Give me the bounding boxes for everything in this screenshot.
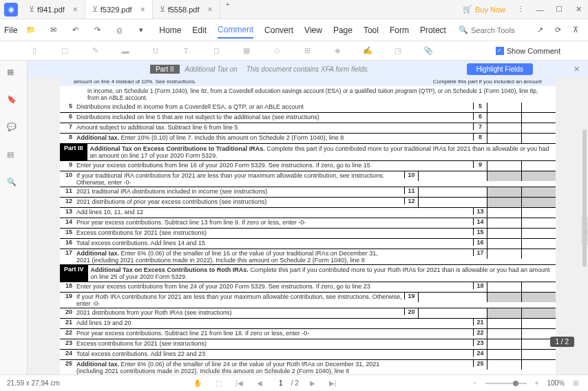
measure-icon[interactable]: ⊞ <box>300 44 314 58</box>
amount-field[interactable] <box>487 282 521 292</box>
dropdown-icon[interactable]: ▾ <box>133 22 149 39</box>
amount-field[interactable] <box>521 249 556 259</box>
highlight-icon[interactable]: ▬ <box>118 44 132 58</box>
amount-field[interactable] <box>418 293 487 302</box>
amount-field[interactable] <box>487 339 521 349</box>
close-icon[interactable]: × <box>73 5 78 14</box>
close-icon[interactable]: × <box>208 5 213 14</box>
close-button[interactable]: ✕ <box>569 0 588 19</box>
amount-field[interactable] <box>487 103 521 112</box>
tab-edit[interactable]: Edit <box>192 23 207 38</box>
search-tools[interactable]: 🔍 <box>454 24 530 36</box>
amount-field[interactable] <box>521 350 556 359</box>
last-page-button[interactable]: ▶| <box>326 379 339 387</box>
document-scroll[interactable]: amount on line 4 instead of 10%. See ins… <box>28 77 588 374</box>
tab-comment[interactable]: Comment <box>218 22 253 39</box>
amount-field[interactable] <box>418 171 487 181</box>
file-menu[interactable]: File <box>4 25 17 35</box>
amount-field[interactable] <box>418 308 487 318</box>
tab-view[interactable]: View <box>304 23 322 38</box>
expand-icon[interactable]: ⊼ <box>567 22 584 39</box>
note-icon[interactable]: ▯ <box>28 44 41 58</box>
zoom-slider[interactable] <box>485 383 527 384</box>
amount-field[interactable] <box>487 360 521 370</box>
search-input[interactable] <box>471 26 526 34</box>
hand-tool-icon[interactable]: ✋ <box>191 379 204 387</box>
amount-field[interactable] <box>521 134 556 143</box>
maximize-button[interactable]: ☐ <box>549 0 569 19</box>
close-icon[interactable]: ✕ <box>574 65 580 74</box>
amount-field[interactable] <box>521 229 556 238</box>
amount-field[interactable] <box>487 319 521 328</box>
amount-field[interactable] <box>487 329 521 339</box>
amount-field[interactable] <box>487 113 521 123</box>
signature-icon[interactable]: ✍ <box>361 44 375 58</box>
show-comment-toggle[interactable]: ✓ Show Comment <box>496 47 560 55</box>
amount-field[interactable] <box>521 218 556 228</box>
tab-convert[interactable]: Convert <box>264 23 293 38</box>
thumbnails-icon[interactable]: ▦ <box>7 67 21 81</box>
amount-field[interactable] <box>487 350 521 359</box>
amount-field[interactable] <box>487 239 521 249</box>
comments-icon[interactable]: 💬 <box>7 123 21 136</box>
close-icon[interactable]: × <box>140 5 145 14</box>
box-icon[interactable]: ◻ <box>209 44 223 58</box>
tab-f941[interactable]: ⊻ f941.pdf × <box>22 0 85 19</box>
pencil-icon[interactable]: ✎ <box>88 44 102 58</box>
highlight-fields-button[interactable]: Highlight Fields <box>467 63 533 75</box>
buy-now-button[interactable]: 🛒 Buy Now <box>457 5 511 14</box>
minimize-button[interactable]: — <box>530 0 549 19</box>
select-tool-icon[interactable]: ⬚ <box>213 379 224 387</box>
amount-field[interactable] <box>521 282 556 292</box>
tab-tool[interactable]: Tool <box>364 23 379 38</box>
bookmarks-icon[interactable]: 🔖 <box>7 95 21 109</box>
redo-icon[interactable]: ↷ <box>89 22 105 39</box>
amount-field[interactable] <box>521 161 556 171</box>
tab-f5329[interactable]: ⊻ f5329.pdf × <box>85 0 153 19</box>
add-tab-button[interactable]: + <box>220 0 235 19</box>
amount-field[interactable] <box>521 360 556 370</box>
first-page-button[interactable]: |◀ <box>233 379 246 387</box>
page-number-input[interactable] <box>273 379 283 387</box>
tab-home[interactable]: Home <box>159 23 181 38</box>
callout-icon[interactable]: ◳ <box>391 44 405 58</box>
amount-field[interactable] <box>487 208 521 218</box>
amount-field[interactable] <box>521 319 556 328</box>
amount-field[interactable] <box>487 218 521 228</box>
search-panel-icon[interactable]: 🔍 <box>7 178 21 191</box>
vertical-scrollbar[interactable] <box>582 129 587 267</box>
amount-field[interactable] <box>418 187 487 197</box>
tab-protect[interactable]: Protect <box>420 23 446 38</box>
amount-field[interactable] <box>487 134 521 143</box>
tab-form[interactable]: Form <box>390 23 409 38</box>
zoom-out-button[interactable]: − <box>470 379 480 387</box>
mail-icon[interactable]: ✉ <box>45 22 61 39</box>
fit-page-icon[interactable]: ⊞ <box>570 379 581 387</box>
amount-field[interactable] <box>487 123 521 133</box>
amount-field[interactable] <box>487 249 521 259</box>
zoom-in-button[interactable]: + <box>532 379 542 387</box>
amount-field[interactable] <box>521 113 556 123</box>
amount-field[interactable] <box>521 208 556 218</box>
sync-icon[interactable]: ⟳ <box>549 22 566 39</box>
attach-icon[interactable]: 📎 <box>421 44 435 58</box>
prev-page-button[interactable]: ◀ <box>254 379 265 387</box>
amount-field[interactable] <box>521 103 556 112</box>
undo-icon[interactable]: ↶ <box>67 22 83 39</box>
amount-field[interactable] <box>487 229 521 238</box>
share-icon[interactable]: ↗ <box>532 22 548 39</box>
text-edit-icon[interactable]: T <box>179 44 193 58</box>
tab-page[interactable]: Page <box>333 23 353 38</box>
next-page-button[interactable]: ▶ <box>307 379 318 387</box>
amount-field[interactable] <box>521 123 556 133</box>
stamp-icon[interactable]: ◈ <box>330 44 344 58</box>
area-icon[interactable]: ▦ <box>240 44 253 58</box>
open-icon[interactable]: 📁 <box>23 22 39 39</box>
underline-icon[interactable]: U <box>149 44 162 58</box>
amount-field[interactable] <box>521 239 556 249</box>
attachments-icon[interactable]: ▤ <box>7 150 21 164</box>
print-icon[interactable]: ⎙ <box>111 22 127 39</box>
tab-f5558[interactable]: ⊻ f5558.pdf × <box>153 0 220 19</box>
amount-field[interactable] <box>487 161 521 171</box>
amount-field[interactable] <box>418 198 487 207</box>
